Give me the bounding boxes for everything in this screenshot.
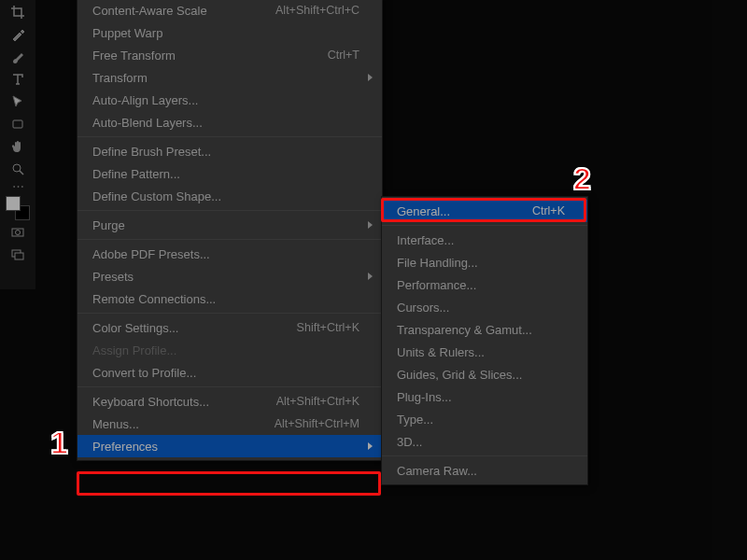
menu-item-label: Type... xyxy=(397,413,565,427)
zoom-tool-icon[interactable] xyxy=(7,159,29,179)
menu-item-shortcut: Alt+Shift+Ctrl+K xyxy=(276,395,359,408)
menu-item-label: Purge xyxy=(92,218,359,232)
sub_menu-item[interactable]: General...Ctrl+K xyxy=(382,200,587,222)
hand-tool-icon[interactable] xyxy=(7,136,29,157)
sub_menu-item[interactable]: File Handling... xyxy=(382,251,587,273)
menu-item-label: Convert to Profile... xyxy=(92,366,359,380)
menu-item-label: Define Brush Preset... xyxy=(92,145,359,159)
main_menu-item[interactable]: Menus...Alt+Shift+Ctrl+M xyxy=(78,413,382,435)
tool-palette: ⋯ xyxy=(0,0,35,289)
type-tool-icon[interactable] xyxy=(7,69,29,90)
menu-item-shortcut: Alt+Shift+Ctrl+C xyxy=(275,4,359,17)
submenu-arrow-icon xyxy=(368,442,373,450)
sub_menu-item[interactable]: Units & Rulers... xyxy=(382,341,587,363)
main_menu-item[interactable]: Auto-Blend Layers... xyxy=(78,111,382,133)
foreground-color-swatch[interactable] xyxy=(6,196,21,211)
main_menu-separator xyxy=(78,210,382,211)
menu-item-label: Camera Raw... xyxy=(397,464,565,478)
svg-rect-0 xyxy=(13,120,22,128)
sub_menu-item[interactable]: Cursors... xyxy=(382,296,587,318)
eyedropper-tool-icon[interactable] xyxy=(7,24,29,45)
menu-item-shortcut: Alt+Shift+Ctrl+M xyxy=(275,417,359,430)
sub_menu-separator xyxy=(382,455,587,456)
menu-item-label: Transform xyxy=(92,71,359,85)
menu-item-label: General... xyxy=(397,204,532,218)
crop-tool-icon[interactable] xyxy=(7,2,29,22)
menu-item-shortcut: Ctrl+T xyxy=(328,49,359,62)
svg-point-3 xyxy=(16,231,21,235)
svg-rect-5 xyxy=(15,253,23,259)
menu-item-label: Presets xyxy=(92,270,359,284)
main_menu-item[interactable]: Define Brush Preset... xyxy=(78,140,382,162)
submenu-arrow-icon xyxy=(368,74,373,81)
main_menu-item[interactable]: Color Settings...Shift+Ctrl+K xyxy=(78,316,382,339)
menu-item-label: Guides, Grid & Slices... xyxy=(397,368,565,382)
menu-item-label: Preferences xyxy=(92,440,359,454)
submenu-arrow-icon xyxy=(368,221,373,229)
sub_menu-item[interactable]: Camera Raw... xyxy=(382,459,587,482)
menu-item-shortcut: Ctrl+K xyxy=(532,204,565,217)
menu-item-label: Free Transform xyxy=(92,49,328,63)
menu-item-label: Auto-Align Layers... xyxy=(92,93,359,107)
preferences-submenu: General...Ctrl+KInterface...File Handlin… xyxy=(381,196,588,485)
path-selection-tool-icon[interactable] xyxy=(7,91,29,112)
main_menu-item[interactable]: Define Custom Shape... xyxy=(78,185,382,207)
sub_menu-item[interactable]: Performance... xyxy=(382,273,587,296)
sub_menu-item[interactable]: Transparency & Gamut... xyxy=(382,318,587,341)
callout-box-1 xyxy=(77,471,381,496)
main_menu-item[interactable]: Free TransformCtrl+T xyxy=(78,44,382,66)
menu-item-label: Remote Connections... xyxy=(92,292,359,306)
menu-item-label: Content-Aware Scale xyxy=(92,4,275,18)
main_menu-item[interactable]: Content-Aware ScaleAlt+Shift+Ctrl+C xyxy=(78,0,382,21)
menu-item-label: Units & Rulers... xyxy=(397,345,565,359)
main_menu-item: Assign Profile... xyxy=(78,339,382,361)
annotation-number-2: 2 xyxy=(573,161,591,197)
main_menu-item[interactable]: Keyboard Shortcuts...Alt+Shift+Ctrl+K xyxy=(78,390,382,413)
screenmode-icon[interactable] xyxy=(7,245,29,265)
menu-item-label: 3D... xyxy=(397,435,565,449)
color-swatches[interactable] xyxy=(6,196,30,220)
main_menu-item[interactable]: Transform xyxy=(78,66,382,89)
menu-item-label: Keyboard Shortcuts... xyxy=(92,395,276,409)
main_menu-item[interactable]: Purge xyxy=(78,214,382,236)
main_menu-separator xyxy=(78,239,382,240)
main_menu-item[interactable]: Preferences xyxy=(78,435,382,457)
menu-item-label: Performance... xyxy=(397,278,565,292)
main_menu-item[interactable]: Adobe PDF Presets... xyxy=(78,243,382,265)
sub_menu-item[interactable]: Guides, Grid & Slices... xyxy=(382,363,587,385)
annotation-number-1: 1 xyxy=(50,425,68,461)
menu-item-label: Cursors... xyxy=(397,301,565,315)
rectangle-tool-icon[interactable] xyxy=(7,114,29,134)
menu-item-label: Menus... xyxy=(92,417,275,431)
main_menu-item[interactable]: Define Pattern... xyxy=(78,162,382,185)
menu-item-label: Color Settings... xyxy=(92,321,297,335)
menu-item-label: Adobe PDF Presets... xyxy=(92,247,359,261)
menu-item-label: Auto-Blend Layers... xyxy=(92,116,359,130)
menu-item-shortcut: Shift+Ctrl+K xyxy=(297,321,359,334)
edit-toolbar-icon[interactable]: ⋯ xyxy=(7,181,29,190)
menu-item-label: Define Custom Shape... xyxy=(92,189,359,203)
main_menu-item[interactable]: Puppet Warp xyxy=(78,21,382,44)
brush-tool-icon[interactable] xyxy=(7,47,29,67)
main_menu-separator xyxy=(78,136,382,137)
menu-item-label: Define Pattern... xyxy=(92,167,359,181)
quickmask-icon[interactable] xyxy=(7,222,29,243)
sub_menu-item[interactable]: Type... xyxy=(382,408,587,430)
sub_menu-item[interactable]: Interface... xyxy=(382,229,587,251)
sub_menu-item[interactable]: Plug-Ins... xyxy=(382,385,587,408)
menu-item-label: Transparency & Gamut... xyxy=(397,323,565,337)
submenu-arrow-icon xyxy=(368,273,373,280)
menu-item-label: File Handling... xyxy=(397,256,565,270)
menu-item-label: Plug-Ins... xyxy=(397,390,565,404)
main_menu-item[interactable]: Convert to Profile... xyxy=(78,361,382,384)
menu-item-label: Assign Profile... xyxy=(92,343,359,357)
main_menu-item[interactable]: Auto-Align Layers... xyxy=(78,89,382,111)
main_menu-item[interactable]: Remote Connections... xyxy=(78,287,382,310)
sub_menu-item[interactable]: 3D... xyxy=(382,430,587,453)
menu-item-label: Interface... xyxy=(397,233,565,247)
sub_menu-separator xyxy=(382,225,587,226)
main_menu-item[interactable]: Presets xyxy=(78,265,382,287)
main_menu-separator xyxy=(78,386,382,387)
edit-menu: Content-Aware ScaleAlt+Shift+Ctrl+CPuppe… xyxy=(77,0,383,461)
menu-item-label: Puppet Warp xyxy=(92,26,359,40)
